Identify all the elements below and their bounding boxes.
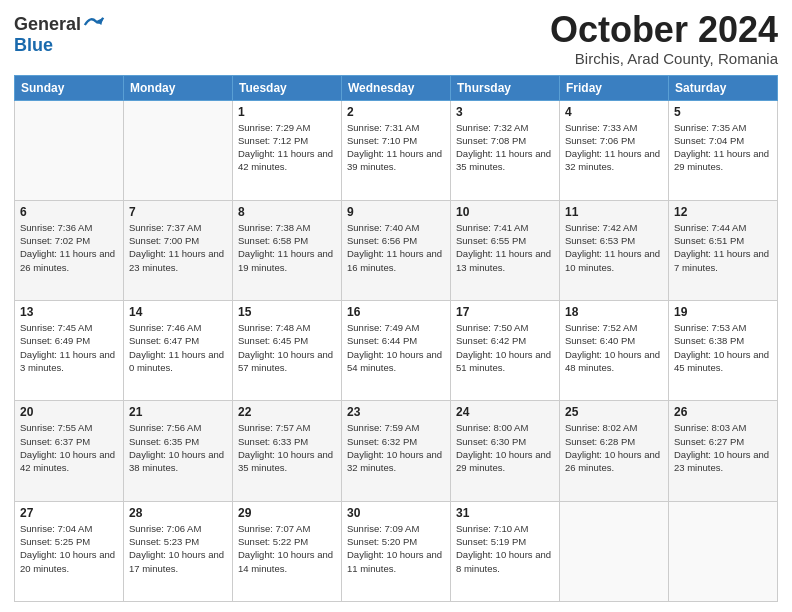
month-title: October 2024 [550,10,778,50]
calendar-cell: 2Sunrise: 7:31 AM Sunset: 7:10 PM Daylig… [342,100,451,200]
day-info: Sunrise: 7:38 AM Sunset: 6:58 PM Dayligh… [238,221,336,274]
day-info: Sunrise: 7:50 AM Sunset: 6:42 PM Dayligh… [456,321,554,374]
col-tuesday: Tuesday [233,75,342,100]
day-info: Sunrise: 7:35 AM Sunset: 7:04 PM Dayligh… [674,121,772,174]
day-info: Sunrise: 7:10 AM Sunset: 5:19 PM Dayligh… [456,522,554,575]
day-number: 12 [674,205,772,219]
day-info: Sunrise: 7:57 AM Sunset: 6:33 PM Dayligh… [238,421,336,474]
day-info: Sunrise: 7:40 AM Sunset: 6:56 PM Dayligh… [347,221,445,274]
day-number: 25 [565,405,663,419]
day-number: 1 [238,105,336,119]
day-number: 2 [347,105,445,119]
day-number: 20 [20,405,118,419]
page: General Blue October 2024 Birchis, Arad … [0,0,792,612]
day-number: 18 [565,305,663,319]
week-row-2: 6Sunrise: 7:36 AM Sunset: 7:02 PM Daylig… [15,200,778,300]
logo-blue: Blue [14,36,105,56]
day-number: 9 [347,205,445,219]
day-info: Sunrise: 7:37 AM Sunset: 7:00 PM Dayligh… [129,221,227,274]
calendar-cell [560,501,669,601]
calendar-cell: 5Sunrise: 7:35 AM Sunset: 7:04 PM Daylig… [669,100,778,200]
calendar-cell: 9Sunrise: 7:40 AM Sunset: 6:56 PM Daylig… [342,200,451,300]
day-number: 17 [456,305,554,319]
day-number: 15 [238,305,336,319]
day-info: Sunrise: 7:49 AM Sunset: 6:44 PM Dayligh… [347,321,445,374]
location: Birchis, Arad County, Romania [550,50,778,67]
week-row-5: 27Sunrise: 7:04 AM Sunset: 5:25 PM Dayli… [15,501,778,601]
week-row-1: 1Sunrise: 7:29 AM Sunset: 7:12 PM Daylig… [15,100,778,200]
calendar-cell: 23Sunrise: 7:59 AM Sunset: 6:32 PM Dayli… [342,401,451,501]
col-friday: Friday [560,75,669,100]
day-number: 5 [674,105,772,119]
calendar-cell: 22Sunrise: 7:57 AM Sunset: 6:33 PM Dayli… [233,401,342,501]
day-info: Sunrise: 7:31 AM Sunset: 7:10 PM Dayligh… [347,121,445,174]
day-number: 13 [20,305,118,319]
week-row-4: 20Sunrise: 7:55 AM Sunset: 6:37 PM Dayli… [15,401,778,501]
day-number: 11 [565,205,663,219]
calendar-cell: 16Sunrise: 7:49 AM Sunset: 6:44 PM Dayli… [342,301,451,401]
day-info: Sunrise: 7:33 AM Sunset: 7:06 PM Dayligh… [565,121,663,174]
calendar-cell: 27Sunrise: 7:04 AM Sunset: 5:25 PM Dayli… [15,501,124,601]
day-info: Sunrise: 7:45 AM Sunset: 6:49 PM Dayligh… [20,321,118,374]
logo: General Blue [14,14,105,56]
calendar-cell: 18Sunrise: 7:52 AM Sunset: 6:40 PM Dayli… [560,301,669,401]
day-info: Sunrise: 7:44 AM Sunset: 6:51 PM Dayligh… [674,221,772,274]
day-number: 22 [238,405,336,419]
day-number: 19 [674,305,772,319]
col-monday: Monday [124,75,233,100]
day-info: Sunrise: 7:52 AM Sunset: 6:40 PM Dayligh… [565,321,663,374]
col-thursday: Thursday [451,75,560,100]
header: General Blue October 2024 Birchis, Arad … [14,10,778,67]
calendar-cell: 28Sunrise: 7:06 AM Sunset: 5:23 PM Dayli… [124,501,233,601]
header-row: Sunday Monday Tuesday Wednesday Thursday… [15,75,778,100]
calendar-cell: 17Sunrise: 7:50 AM Sunset: 6:42 PM Dayli… [451,301,560,401]
day-number: 10 [456,205,554,219]
calendar-cell: 12Sunrise: 7:44 AM Sunset: 6:51 PM Dayli… [669,200,778,300]
calendar-cell: 29Sunrise: 7:07 AM Sunset: 5:22 PM Dayli… [233,501,342,601]
logo-general: General [14,15,81,35]
day-number: 3 [456,105,554,119]
week-row-3: 13Sunrise: 7:45 AM Sunset: 6:49 PM Dayli… [15,301,778,401]
calendar-cell: 4Sunrise: 7:33 AM Sunset: 7:06 PM Daylig… [560,100,669,200]
day-info: Sunrise: 7:46 AM Sunset: 6:47 PM Dayligh… [129,321,227,374]
calendar-cell [124,100,233,200]
logo-icon [83,14,105,36]
day-info: Sunrise: 7:56 AM Sunset: 6:35 PM Dayligh… [129,421,227,474]
day-info: Sunrise: 7:36 AM Sunset: 7:02 PM Dayligh… [20,221,118,274]
calendar-cell: 26Sunrise: 8:03 AM Sunset: 6:27 PM Dayli… [669,401,778,501]
day-number: 24 [456,405,554,419]
day-info: Sunrise: 7:48 AM Sunset: 6:45 PM Dayligh… [238,321,336,374]
day-info: Sunrise: 8:02 AM Sunset: 6:28 PM Dayligh… [565,421,663,474]
calendar-cell: 1Sunrise: 7:29 AM Sunset: 7:12 PM Daylig… [233,100,342,200]
day-info: Sunrise: 7:42 AM Sunset: 6:53 PM Dayligh… [565,221,663,274]
calendar-cell: 20Sunrise: 7:55 AM Sunset: 6:37 PM Dayli… [15,401,124,501]
day-number: 29 [238,506,336,520]
calendar-cell: 24Sunrise: 8:00 AM Sunset: 6:30 PM Dayli… [451,401,560,501]
day-info: Sunrise: 7:59 AM Sunset: 6:32 PM Dayligh… [347,421,445,474]
calendar-cell: 25Sunrise: 8:02 AM Sunset: 6:28 PM Dayli… [560,401,669,501]
day-info: Sunrise: 7:04 AM Sunset: 5:25 PM Dayligh… [20,522,118,575]
calendar-cell: 14Sunrise: 7:46 AM Sunset: 6:47 PM Dayli… [124,301,233,401]
day-info: Sunrise: 7:06 AM Sunset: 5:23 PM Dayligh… [129,522,227,575]
day-number: 8 [238,205,336,219]
day-number: 27 [20,506,118,520]
col-wednesday: Wednesday [342,75,451,100]
calendar: Sunday Monday Tuesday Wednesday Thursday… [14,75,778,602]
day-number: 4 [565,105,663,119]
col-sunday: Sunday [15,75,124,100]
day-number: 30 [347,506,445,520]
calendar-cell: 31Sunrise: 7:10 AM Sunset: 5:19 PM Dayli… [451,501,560,601]
day-info: Sunrise: 7:29 AM Sunset: 7:12 PM Dayligh… [238,121,336,174]
title-area: October 2024 Birchis, Arad County, Roman… [550,10,778,67]
calendar-cell: 11Sunrise: 7:42 AM Sunset: 6:53 PM Dayli… [560,200,669,300]
col-saturday: Saturday [669,75,778,100]
calendar-cell [15,100,124,200]
day-number: 28 [129,506,227,520]
calendar-cell: 6Sunrise: 7:36 AM Sunset: 7:02 PM Daylig… [15,200,124,300]
day-number: 23 [347,405,445,419]
calendar-cell: 15Sunrise: 7:48 AM Sunset: 6:45 PM Dayli… [233,301,342,401]
day-number: 31 [456,506,554,520]
day-info: Sunrise: 7:07 AM Sunset: 5:22 PM Dayligh… [238,522,336,575]
calendar-cell: 19Sunrise: 7:53 AM Sunset: 6:38 PM Dayli… [669,301,778,401]
day-info: Sunrise: 7:32 AM Sunset: 7:08 PM Dayligh… [456,121,554,174]
